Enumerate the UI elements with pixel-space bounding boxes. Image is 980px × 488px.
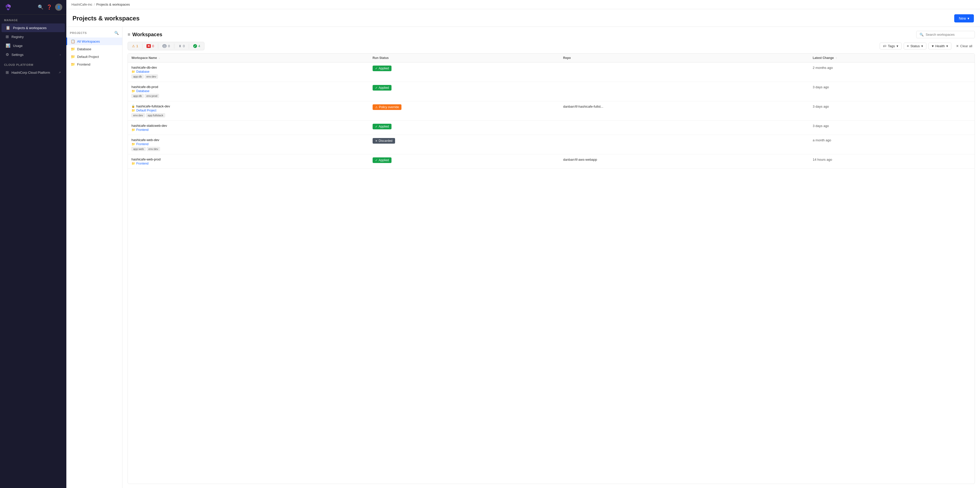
sidebar-item-registry[interactable]: ⊞ Registry bbox=[2, 32, 65, 41]
table-row: hashicafe-web-dev📁Frontendapp:webenv:dev… bbox=[128, 135, 975, 154]
workspace-name[interactable]: 🔒hashicafe-fullstack-dev bbox=[131, 104, 366, 108]
folder-icon: 📋 bbox=[71, 39, 75, 43]
filter-actions: 🏷 Tags ▾ ≡ Status ▾ ♥ Health ▾ bbox=[880, 43, 975, 49]
status-filter-button[interactable]: ≡ Status ▾ bbox=[904, 43, 926, 49]
workspace-project-link[interactable]: 📁Database bbox=[131, 89, 366, 93]
sidebar-header: 🔍 ❓ 👤 bbox=[0, 0, 66, 14]
new-button[interactable]: New ▾ bbox=[954, 14, 974, 22]
workspace-project-link[interactable]: 📁Frontend bbox=[131, 128, 366, 132]
project-item-frontend[interactable]: 📁 Frontend bbox=[66, 60, 122, 68]
status-filter-label: Status bbox=[910, 44, 920, 48]
search-icon[interactable]: 🔍 bbox=[38, 4, 43, 10]
filter-warning-count: 1 bbox=[136, 44, 138, 48]
tags-filter-label: Tags bbox=[888, 44, 895, 48]
projects-search-icon[interactable]: 🔍 bbox=[115, 31, 119, 35]
sidebar-item-hcp-label: HashiCorp Cloud Platform bbox=[11, 71, 50, 75]
status-icon: ≡ bbox=[907, 44, 909, 48]
workspace-project-link[interactable]: 📁Database bbox=[131, 70, 366, 73]
workspace-tag: app:web bbox=[131, 147, 146, 151]
workspace-name[interactable]: hashicafe-web-dev bbox=[131, 138, 366, 142]
workspace-status-cell: ⚠Policy override bbox=[369, 101, 560, 121]
repo-link[interactable]: danbarr/tf-hashicafe-fullst... bbox=[563, 105, 604, 108]
workspace-project-link[interactable]: 📁Frontend bbox=[131, 162, 366, 165]
hcp-icon: ⊞ bbox=[6, 70, 9, 75]
workspace-project-link[interactable]: 📁Frontend bbox=[131, 142, 366, 146]
col-status: Run Status bbox=[369, 54, 560, 62]
project-item-database[interactable]: 📁 Database bbox=[66, 45, 122, 53]
workspace-tag: app:db bbox=[131, 75, 144, 79]
paused-icon: ◎ bbox=[162, 44, 167, 48]
filter-chip-paused[interactable]: ◎ 0 bbox=[160, 43, 172, 49]
workspace-name[interactable]: hashicafe-db-prod bbox=[131, 85, 366, 89]
latest-change: 3 days ago bbox=[813, 105, 829, 108]
registry-icon: ⊞ bbox=[6, 35, 9, 39]
filter-chip-queued[interactable]: ⏸ 0 bbox=[176, 43, 187, 49]
workspace-tags: app:dbenv:prod bbox=[131, 94, 366, 98]
workspace-name-cell: 🔒hashicafe-fullstack-dev📁Default Project… bbox=[128, 101, 369, 121]
table-row: hashicafe-db-dev📁Databaseapp:dbenv:dev✓A… bbox=[128, 62, 975, 82]
project-item-all-label: All Workspaces bbox=[77, 40, 100, 43]
workspaces-header: ≡ Workspaces 🔍 bbox=[127, 31, 975, 38]
col-latest[interactable]: Latest Change ↑ bbox=[809, 54, 975, 62]
filter-chip-error[interactable]: ✕ 0 bbox=[144, 43, 156, 49]
workspace-repo-cell bbox=[560, 135, 809, 154]
warning-icon: ⚠ bbox=[132, 44, 135, 48]
col-name[interactable]: Workspace Name ↓ bbox=[128, 54, 369, 62]
sidebar-item-settings-label: Settings bbox=[11, 53, 24, 57]
filter-chip-warning[interactable]: ⚠ 1 bbox=[129, 43, 141, 49]
status-badge: ⚠Policy override bbox=[372, 104, 402, 110]
workspace-repo-cell: danbarr/tf-aws-webapp bbox=[560, 154, 809, 168]
project-item-default-label: Default Project bbox=[77, 55, 99, 59]
latest-change: 2 months ago bbox=[813, 66, 833, 70]
health-icon: ♥ bbox=[932, 44, 934, 48]
workspace-tag: app:db bbox=[131, 94, 144, 98]
sidebar-item-usage[interactable]: 📊 Usage bbox=[2, 41, 65, 50]
queued-icon: ⏸ bbox=[178, 44, 182, 48]
tags-filter-button[interactable]: 🏷 Tags ▾ bbox=[880, 43, 901, 49]
workspace-latest-cell: 2 months ago bbox=[809, 62, 975, 82]
workspace-name[interactable]: hashicafe-web-prod bbox=[131, 157, 366, 161]
status-badge-icon: ✓ bbox=[375, 125, 377, 128]
health-filter-button[interactable]: ♥ Health ▾ bbox=[928, 43, 951, 49]
filter-queued-count: 0 bbox=[183, 44, 185, 48]
filter-separator bbox=[189, 44, 189, 49]
page-title: Projects & workspaces bbox=[73, 15, 140, 22]
help-icon[interactable]: ❓ bbox=[46, 4, 52, 10]
sidebar-section-cloud: Cloud Platform ⊞ HashiCorp Cloud Platfor… bbox=[0, 59, 66, 77]
workspace-latest-cell: 3 days ago bbox=[809, 101, 975, 121]
workspace-status-cell: ✕Discarded bbox=[369, 135, 560, 154]
breadcrumb: HashiCafe-inc / Projects & workspaces bbox=[66, 0, 980, 9]
health-filter-label: Health bbox=[935, 44, 945, 48]
latest-change: 3 days ago bbox=[813, 124, 829, 128]
workspace-name[interactable]: hashicafe-db-dev bbox=[131, 65, 366, 69]
sidebar-item-projects[interactable]: 📋 Projects & workspaces bbox=[2, 24, 65, 32]
sidebar-item-usage-label: Usage bbox=[13, 44, 23, 48]
sidebar-item-settings[interactable]: ⚙ Settings › bbox=[2, 50, 65, 59]
col-repo: Repo bbox=[560, 54, 809, 62]
project-item-all[interactable]: 📋 All Workspaces bbox=[66, 38, 122, 45]
project-name: Frontend bbox=[136, 142, 148, 146]
avatar[interactable]: 👤 bbox=[55, 3, 62, 11]
filter-ok-count: 4 bbox=[198, 44, 200, 48]
sidebar-cloud-label: Cloud Platform bbox=[0, 59, 66, 68]
filter-paused-count: 0 bbox=[168, 44, 170, 48]
folder-icon: 📁 bbox=[131, 109, 135, 112]
project-item-default[interactable]: 📁 Default Project bbox=[66, 53, 122, 60]
sidebar-item-projects-label: Projects & workspaces bbox=[13, 26, 47, 30]
workspaces-search[interactable]: 🔍 bbox=[916, 31, 975, 38]
clear-all-button[interactable]: ✕ Clear all bbox=[953, 43, 975, 49]
workspace-name[interactable]: hashicafe-staticweb-dev bbox=[131, 124, 366, 127]
workspace-project-link[interactable]: 📁Default Project bbox=[131, 109, 366, 112]
repo-link[interactable]: danbarr/tf-aws-webapp bbox=[563, 157, 597, 162]
workspace-tag: env:dev bbox=[145, 75, 158, 79]
filter-bar: ⚠ 1 ✕ 0 ◎ 0 ⏸ 0 bbox=[127, 42, 975, 50]
sidebar-item-hcp[interactable]: ⊞ HashiCorp Cloud Platform ↗ bbox=[2, 68, 65, 77]
search-input[interactable] bbox=[926, 33, 972, 37]
filter-chip-ok[interactable]: ✓ 4 bbox=[191, 43, 203, 49]
status-badge-icon: ✓ bbox=[375, 159, 377, 162]
breadcrumb-org[interactable]: HashiCafe-inc bbox=[72, 3, 92, 6]
workspace-repo-cell bbox=[560, 121, 809, 135]
workspace-tag: env:dev bbox=[131, 113, 145, 118]
sort-icon: ↑ bbox=[836, 57, 837, 59]
workspaces-title: ≡ Workspaces bbox=[127, 32, 162, 38]
